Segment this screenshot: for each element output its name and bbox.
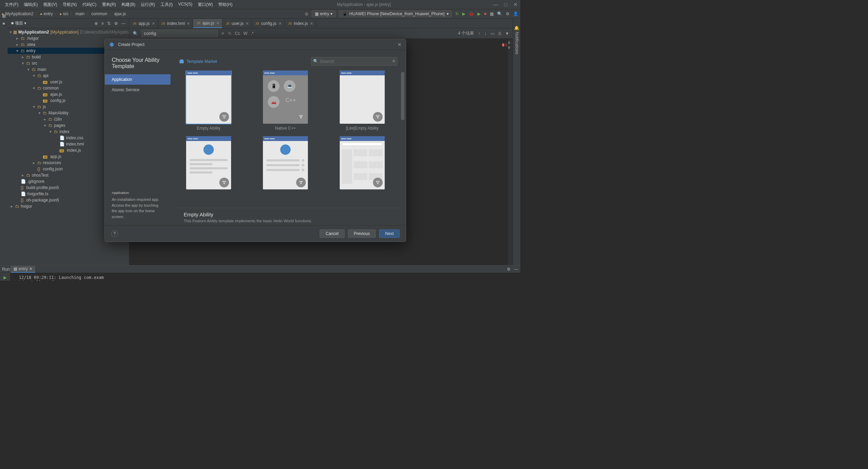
- template-label: [Lite]Empty Ability: [346, 126, 379, 131]
- svg-rect-0: [180, 60, 184, 63]
- template-label: Native C++: [275, 126, 296, 131]
- template-card[interactable]: [Lite]Empty Ability: [332, 71, 392, 131]
- template-label: Empty Ability: [197, 126, 221, 131]
- dialog-title: Create Project: [118, 42, 145, 47]
- template-detail-desc: This Feature Ability template implements…: [184, 219, 393, 223]
- template-card[interactable]: [256, 136, 315, 191]
- template-search-input[interactable]: [311, 57, 398, 66]
- cancel-button[interactable]: Cancel: [320, 229, 344, 238]
- template-category[interactable]: Application: [105, 74, 171, 85]
- svg-rect-1: [180, 59, 183, 60]
- template-market-link[interactable]: Template Market: [179, 59, 217, 64]
- template-detail-title: Empty Ability: [184, 212, 393, 217]
- help-icon[interactable]: ?: [111, 230, 118, 237]
- category-desc-title: Application:: [112, 191, 164, 195]
- previous-button[interactable]: Previous: [348, 229, 376, 238]
- scrollbar[interactable]: [401, 71, 404, 208]
- deveco-logo-icon: [109, 42, 115, 47]
- template-card[interactable]: 📱💻🚗C++Native C++: [256, 71, 315, 131]
- template-card[interactable]: [179, 136, 238, 191]
- create-project-dialog: Create Project ✕ Choose Your Ability Tem…: [104, 39, 406, 242]
- clear-icon[interactable]: ✕: [392, 59, 395, 64]
- template-card[interactable]: Empty Ability: [179, 71, 238, 131]
- close-icon[interactable]: ✕: [398, 42, 402, 47]
- search-icon: 🔍: [313, 59, 318, 64]
- next-button[interactable]: Next: [379, 229, 400, 238]
- template-category[interactable]: Atomic Service: [105, 85, 171, 95]
- template-card[interactable]: [332, 136, 392, 191]
- template-heading: Choose Your Ability Template: [105, 57, 171, 74]
- category-desc-body: An installation-required app. Access the…: [112, 197, 164, 219]
